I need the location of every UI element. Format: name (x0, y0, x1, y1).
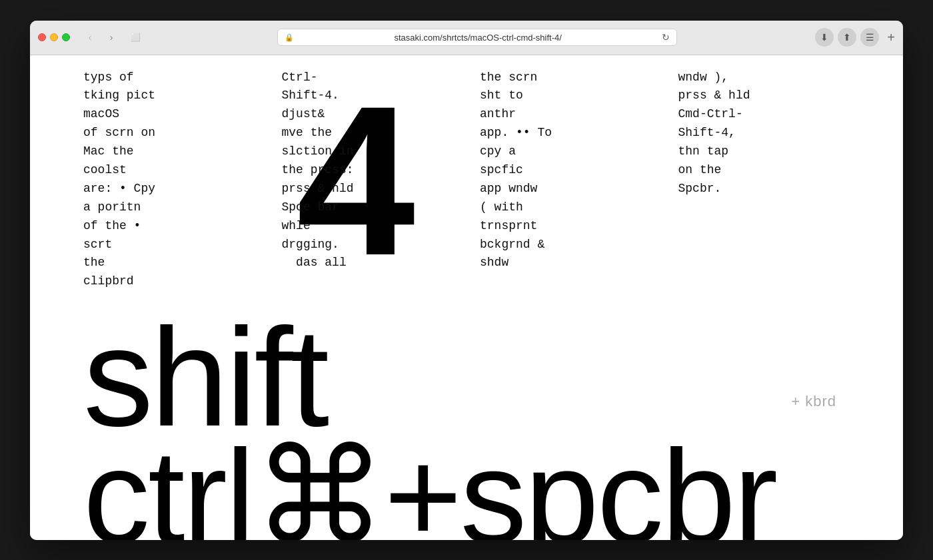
col1-text: typs of tking pict macOS of scrn on Mac … (83, 69, 255, 292)
browser-actions: ⬇ ⬆ ☰ (815, 28, 879, 47)
page-content: shift 4 ctrl⌘+spcbr typs of tking pict m… (30, 55, 903, 540)
columns-wrapper: typs of tking pict macOS of scrn on Mac … (30, 55, 903, 540)
new-tab-button[interactable]: + (887, 31, 895, 44)
col4-text: wndw ), prss & hld Cmd-Ctrl- Shift-4, th… (678, 69, 850, 198)
content-area: shift 4 ctrl⌘+spcbr typs of tking pict m… (30, 55, 903, 540)
window-button[interactable]: ⬜ (126, 30, 145, 45)
share-button[interactable]: ⬆ (838, 28, 856, 47)
column-2: Ctrl- Shift-4. djust& mve the slction in… (269, 55, 467, 540)
forward-button[interactable]: › (102, 30, 121, 45)
nav-buttons: ‹ › (81, 30, 121, 45)
lock-icon: 🔒 (285, 33, 294, 42)
menu-button[interactable]: ☰ (860, 28, 879, 47)
traffic-lights (38, 33, 70, 41)
url-text: stasaki.com/shrtcts/macOS-ctrl-cmd-shift… (298, 33, 658, 43)
maximize-traffic-light[interactable] (62, 33, 70, 41)
refresh-button[interactable]: ↻ (662, 32, 670, 43)
column-3: the scrn sht to anthr app. •• To cpy a s… (467, 55, 665, 540)
col2-text: Ctrl- Shift-4. djust& mve the slction in… (282, 69, 454, 273)
address-bar[interactable]: 🔒 stasaki.com/shrtcts/macOS-ctrl-cmd-shi… (277, 29, 677, 46)
download-button[interactable]: ⬇ (815, 28, 834, 47)
browser-chrome: ‹ › ⬜ 🔒 stasaki.com/shrtcts/macOS-ctrl-c… (30, 21, 903, 55)
column-4: wndw ), prss & hld Cmd-Ctrl- Shift-4, th… (665, 55, 864, 540)
kbrd-label: + kbrd (791, 393, 836, 410)
back-button[interactable]: ‹ (81, 30, 99, 45)
close-traffic-light[interactable] (38, 33, 46, 41)
minimize-traffic-light[interactable] (50, 33, 58, 41)
col3-text: the scrn sht to anthr app. •• To cpy a s… (480, 69, 652, 273)
column-1: typs of tking pict macOS of scrn on Mac … (70, 55, 269, 540)
browser-window: ‹ › ⬜ 🔒 stasaki.com/shrtcts/macOS-ctrl-c… (30, 21, 903, 540)
